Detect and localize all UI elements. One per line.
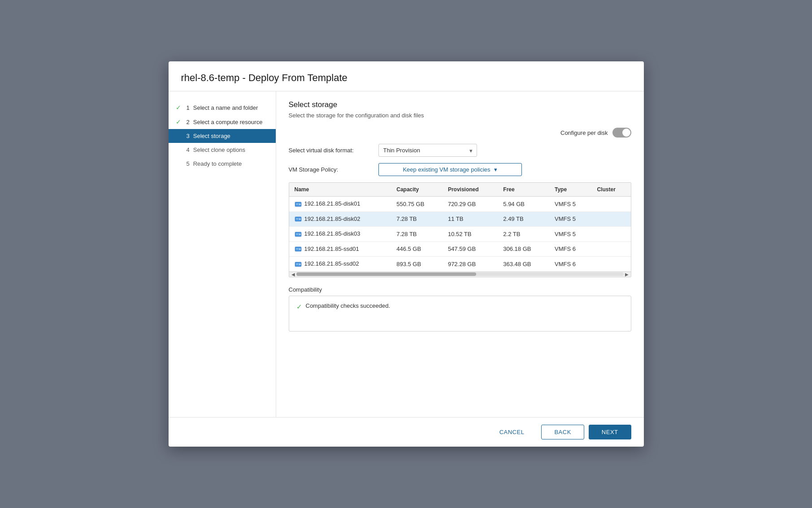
sidebar-item-label-step4: 4 [187, 146, 190, 153]
dialog-body: ✓ 1 Select a name and folder ✓ 2 Select … [169, 91, 644, 417]
svg-point-6 [299, 219, 300, 220]
scrollbar-track[interactable] [296, 272, 624, 276]
cell-capacity: 550.75 GB [391, 197, 443, 212]
col-header-cluster: Cluster [591, 183, 630, 197]
cell-capacity: 7.28 TB [391, 227, 443, 242]
config-per-disk-label: Configure per disk [560, 129, 608, 136]
svg-rect-3 [296, 204, 299, 204]
dialog-header: rhel-8.6-temp - Deploy From Template [169, 61, 644, 91]
cell-free: 5.94 GB [498, 197, 549, 212]
table-row[interactable]: 192.168.21.85-disk01 550.75 GB 720.29 GB… [289, 197, 631, 212]
cancel-button[interactable]: CANCEL [487, 425, 537, 439]
scroll-right-icon[interactable]: ▶ [624, 271, 630, 277]
col-header-provisioned: Provisioned [443, 183, 498, 197]
config-per-disk-row: Configure per disk [289, 128, 631, 138]
svg-point-2 [299, 203, 300, 205]
storage-table-wrapper: Name Capacity Provisioned Free Type Clus… [289, 182, 631, 277]
storage-policy-value: Keep existing VM storage policies [403, 166, 490, 173]
col-header-capacity: Capacity [391, 183, 443, 197]
scrollbar-thumb[interactable] [296, 272, 477, 276]
section-subtitle: Select the storage for the configuration… [289, 112, 631, 119]
compatibility-text: Compatibility checks succeeded. [306, 302, 391, 309]
cell-free: 2.2 TB [498, 227, 549, 242]
sidebar-item-label-step2: 2 [187, 119, 190, 125]
compatibility-box: ✓ Compatibility checks succeeded. [289, 296, 631, 331]
sidebar-item-step2[interactable]: ✓ 2 Select a compute resource [169, 115, 276, 129]
table-row[interactable]: 192.168.21.85-ssd02 893.5 GB 972.28 GB 3… [289, 257, 631, 271]
storage-policy-chevron-icon: ▾ [494, 166, 497, 173]
compatibility-label: Compatibility [289, 286, 631, 293]
next-button[interactable]: NEXT [589, 425, 631, 439]
cell-provisioned: 547.59 GB [443, 241, 498, 257]
cell-capacity: 893.5 GB [391, 257, 443, 271]
horizontal-scrollbar[interactable]: ◀ ▶ [289, 271, 631, 277]
sidebar-item-text-step3: Select storage [193, 133, 230, 139]
table-header-row: Name Capacity Provisioned Free Type Clus… [289, 183, 631, 197]
col-header-free: Free [498, 183, 549, 197]
cell-type: VMFS 5 [549, 197, 591, 212]
cell-name: 192.168.21.85-ssd02 [289, 257, 391, 271]
sidebar: ✓ 1 Select a name and folder ✓ 2 Select … [169, 91, 276, 417]
svg-rect-15 [296, 249, 299, 249]
disk-format-row: Select virtual disk format: Thin Provisi… [289, 144, 631, 157]
dialog-title: rhel-8.6-temp - Deploy From Template [181, 72, 631, 84]
cell-cluster [591, 197, 630, 212]
cell-provisioned: 11 TB [443, 211, 498, 227]
cell-cluster [591, 257, 630, 271]
cell-provisioned: 10.52 TB [443, 227, 498, 242]
cell-name: 192.168.21.85-disk01 [289, 197, 391, 212]
cell-cluster [591, 227, 630, 242]
sidebar-item-step3[interactable]: 3 Select storage [169, 129, 276, 143]
cell-free: 306.18 GB [498, 241, 549, 257]
section-title: Select storage [289, 100, 631, 109]
storage-policy-label: VM Storage Policy: [289, 166, 378, 173]
sidebar-item-text-step4: Select clone options [193, 146, 245, 153]
disk-format-select-wrapper: Thin Provision Thick Provision Lazy Zero… [378, 144, 477, 157]
cell-free: 2.49 TB [498, 211, 549, 227]
sidebar-item-step5[interactable]: 5 Ready to complete [169, 157, 276, 171]
cell-type: VMFS 5 [549, 211, 591, 227]
svg-rect-19 [296, 264, 299, 264]
storage-policy-button[interactable]: Keep existing VM storage policies ▾ [378, 163, 522, 176]
cell-cluster [591, 211, 630, 227]
sidebar-item-label-step1: 1 [187, 104, 190, 111]
disk-format-label: Select virtual disk format: [289, 147, 378, 154]
sidebar-item-step4[interactable]: 4 Select clone options [169, 143, 276, 157]
compatibility-section: Compatibility ✓ Compatibility checks suc… [289, 286, 631, 331]
table-row[interactable]: 192.168.21.85-disk03 7.28 TB 10.52 TB 2.… [289, 227, 631, 242]
cell-free: 363.48 GB [498, 257, 549, 271]
sidebar-item-text-step2: Select a compute resource [193, 119, 263, 125]
check-icon-step2: ✓ [176, 118, 183, 125]
scroll-left-icon[interactable]: ◀ [290, 271, 296, 277]
table-scroll-area[interactable]: Name Capacity Provisioned Free Type Clus… [289, 183, 631, 271]
deploy-dialog: rhel-8.6-temp - Deploy From Template ✓ 1… [169, 61, 644, 447]
svg-point-14 [299, 249, 300, 250]
cell-name: 192.168.21.85-disk03 [289, 227, 391, 242]
cell-provisioned: 720.29 GB [443, 197, 498, 212]
table-row[interactable]: 192.168.21.85-disk02 7.28 TB 11 TB 2.49 … [289, 211, 631, 227]
table-row[interactable]: 192.168.21.85-ssd01 446.5 GB 547.59 GB 3… [289, 241, 631, 257]
cell-type: VMFS 6 [549, 257, 591, 271]
col-header-name: Name [289, 183, 391, 197]
sidebar-item-label-step5: 5 [187, 160, 190, 167]
configure-per-disk-toggle[interactable] [612, 128, 631, 138]
svg-rect-7 [296, 219, 299, 219]
cell-type: VMFS 6 [549, 241, 591, 257]
svg-point-18 [299, 263, 300, 265]
sidebar-item-text-step5: Ready to complete [193, 160, 242, 167]
cell-capacity: 7.28 TB [391, 211, 443, 227]
back-button[interactable]: BACK [541, 425, 584, 439]
storage-policy-row: VM Storage Policy: Keep existing VM stor… [289, 163, 631, 176]
svg-rect-11 [296, 234, 299, 234]
storage-table: Name Capacity Provisioned Free Type Clus… [289, 183, 631, 271]
disk-format-select[interactable]: Thin Provision Thick Provision Lazy Zero… [378, 144, 477, 157]
cell-name: 192.168.21.85-ssd01 [289, 241, 391, 257]
cell-capacity: 446.5 GB [391, 241, 443, 257]
sidebar-item-text-step1: Select a name and folder [193, 104, 258, 111]
cell-provisioned: 972.28 GB [443, 257, 498, 271]
sidebar-item-step1[interactable]: ✓ 1 Select a name and folder [169, 100, 276, 115]
svg-point-10 [299, 233, 300, 235]
check-icon-step1: ✓ [176, 104, 183, 111]
cell-cluster [591, 241, 630, 257]
col-header-type: Type [549, 183, 591, 197]
